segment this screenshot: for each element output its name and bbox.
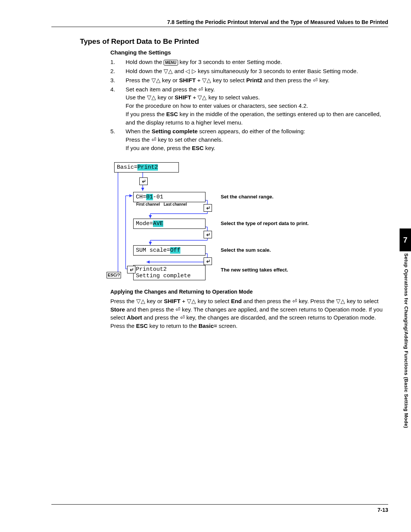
- first-channel-label: First channel: [136, 202, 160, 208]
- flow-diagram: Basic=Print2 CH=01-01 First channel Last…: [110, 162, 323, 280]
- page: 7.8 Setting the Periodic Printout Interv…: [0, 0, 411, 532]
- changing-settings-heading: Changing the Settings: [110, 48, 388, 57]
- screen-ch: CH=01-01: [133, 192, 206, 203]
- esc-key-icon: ESC/?: [107, 272, 121, 279]
- step-number: 3.: [110, 76, 126, 85]
- hl: Off: [170, 247, 180, 254]
- chapter-tab: 7: [400, 228, 411, 251]
- hl: Print2: [137, 164, 158, 171]
- label-effect: The new setting takes effect.: [221, 267, 288, 274]
- chapter-side-title: Setup Operations for Changing/Adding Fun…: [403, 253, 409, 428]
- t: Printout2: [136, 266, 167, 273]
- label-channel-range: Set the channel range.: [221, 193, 274, 201]
- page-footer: 7-13: [51, 504, 388, 513]
- step-number: 4.: [110, 85, 126, 127]
- steps-list: 1. Hold down the MENU key for 3 seconds …: [110, 58, 388, 152]
- t: CH=: [136, 194, 146, 200]
- step-text: Hold down the MENU key for 3 seconds to …: [126, 58, 388, 66]
- screen-sum-scale: SUM scale=Off: [133, 245, 206, 256]
- enter-icon: [204, 231, 212, 238]
- t2: -01: [153, 194, 163, 200]
- enter-icon: [139, 177, 148, 185]
- step-post: key for 3 seconds to enter Setting mode.: [180, 59, 282, 65]
- step-text: Hold down the ▽△ and ◁ ▷ keys simultaneo…: [126, 67, 388, 75]
- step-text: Press the ▽△ key or SHIFT + ▽△ key to se…: [126, 76, 388, 85]
- enter-icon: [127, 266, 135, 273]
- step-1: 1. Hold down the MENU key for 3 seconds …: [110, 58, 388, 66]
- step-text: When the Setting complete screen appears…: [126, 127, 388, 152]
- step-number: 1.: [110, 58, 126, 66]
- enter-icon: [204, 257, 212, 265]
- t: SUM scale=: [136, 247, 170, 254]
- hl: AVE: [153, 220, 163, 227]
- enter-icon: [204, 204, 212, 212]
- content-area: Types of Report Data to Be Printed Chang…: [80, 36, 388, 330]
- screen-mode: Mode=AVE: [133, 219, 206, 229]
- running-header: 7.8 Setting the Periodic Printout Interv…: [51, 19, 388, 27]
- step-number: 2.: [110, 67, 126, 75]
- step-pre: Hold down the: [126, 59, 164, 65]
- applying-heading: Applying the Changes and Returning to Op…: [110, 288, 388, 296]
- hl: 01: [146, 194, 153, 200]
- label-sum-scale: Select the sum scale.: [221, 247, 271, 254]
- step-number: 5.: [110, 127, 126, 152]
- step-2: 2. Hold down the ▽△ and ◁ ▷ keys simulta…: [110, 67, 388, 75]
- step-4: 4. Set each item and press the ⏎ key.Use…: [110, 85, 388, 127]
- t2: Setting complete: [136, 273, 191, 279]
- t: Mode=: [136, 220, 153, 227]
- menu-key-icon: MENU: [164, 60, 178, 66]
- step-5: 5. When the Setting complete screen appe…: [110, 127, 388, 152]
- t: Basic=: [117, 164, 137, 171]
- step-text: Set each item and press the ⏎ key.Use th…: [126, 85, 388, 127]
- step-3: 3. Press the ▽△ key or SHIFT + ▽△ key to…: [110, 76, 388, 85]
- applying-body: Press the ▽△ key or SHIFT + ▽△ key to se…: [110, 297, 388, 330]
- last-channel-label: Last channel: [164, 202, 187, 208]
- screen-basic: Basic=Print2: [114, 162, 179, 173]
- section-title: Types of Report Data to Be Printed: [80, 36, 388, 47]
- screen-setting-complete: Printout2 Setting complete: [133, 265, 206, 281]
- label-report-type: Select the type of report data to print.: [221, 220, 309, 227]
